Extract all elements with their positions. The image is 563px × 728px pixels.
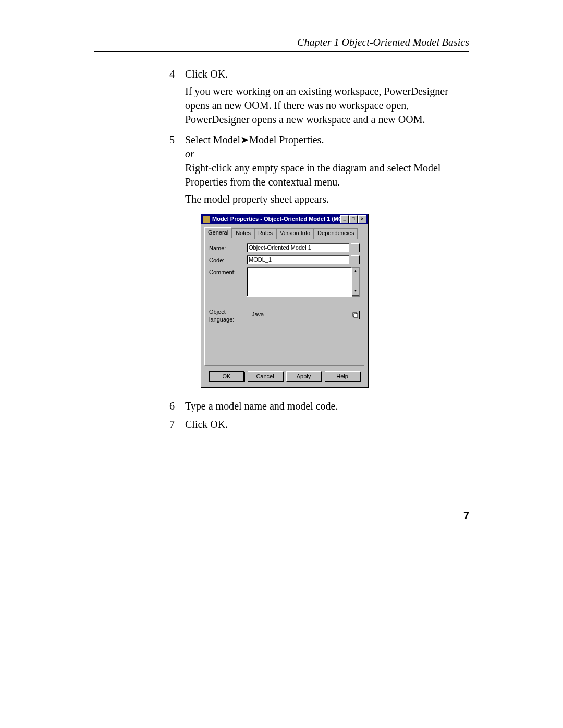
minimize-button[interactable]: _: [340, 215, 349, 223]
model-properties-dialog: Model Properties - Object-Oriented Model…: [201, 214, 368, 388]
name-input[interactable]: [247, 243, 349, 252]
page-header: Chapter 1 Object-Oriented Model Basics: [94, 36, 469, 52]
step-number: 5: [169, 133, 185, 395]
comment-row: Comment: ▲ ▼: [209, 267, 360, 297]
dialog-button-row: OK Cancel Apply Help: [201, 366, 368, 387]
comment-textarea[interactable]: [247, 267, 352, 297]
comment-scrollbar[interactable]: ▲ ▼: [352, 267, 360, 297]
arrow-icon: ➤: [240, 134, 249, 145]
chapter-title: Chapter 1 Object-Oriented Model Basics: [297, 36, 469, 48]
step-5-alt: Right-click any empty space in the diagr…: [185, 161, 469, 189]
dialog-title: Model Properties - Object-Oriented Model…: [212, 215, 340, 223]
properties-icon: [352, 312, 358, 318]
step-number: 7: [169, 417, 185, 431]
page: Chapter 1 Object-Oriented Model Basics 4…: [0, 0, 563, 728]
step-4-detail: If you were working on an existing works…: [185, 84, 469, 127]
step-5-text-b: Model Properties.: [249, 134, 324, 145]
step-4: 4 Click OK. If you were working on an ex…: [169, 67, 469, 127]
name-label: Name:: [209, 243, 247, 252]
titlebar[interactable]: Model Properties - Object-Oriented Model…: [201, 214, 368, 224]
scroll-up-icon[interactable]: ▲: [352, 268, 359, 276]
or-text: or: [185, 147, 469, 161]
object-language-label: Object language:: [209, 307, 252, 324]
step-5: 5 Select Model➤Model Properties. or Righ…: [169, 133, 469, 395]
step-text: Click OK.: [185, 417, 469, 431]
maximize-button[interactable]: □: [349, 215, 358, 223]
svg-rect-1: [354, 314, 358, 317]
tab-general[interactable]: General: [204, 227, 232, 238]
code-label: Code:: [209, 255, 247, 264]
step-5-text-a: Select Model: [185, 134, 240, 145]
page-number: 7: [463, 510, 469, 522]
app-icon: [203, 216, 210, 223]
object-language-value: Java: [252, 311, 351, 319]
comment-label: Comment:: [209, 267, 247, 276]
step-text: Type a model name and model code.: [185, 399, 469, 413]
help-button[interactable]: Help: [325, 371, 360, 382]
tab-panel-general: Name: = Code: = Comment:: [204, 238, 364, 366]
tab-strip: General Notes Rules Version Info Depende…: [201, 224, 368, 238]
cancel-button[interactable]: Cancel: [248, 371, 283, 382]
step-5-result: The model property sheet appears.: [185, 192, 469, 206]
name-row: Name: =: [209, 243, 360, 252]
step-number: 4: [169, 67, 185, 127]
object-language-text: Java: [252, 311, 264, 318]
step-6: 6 Type a model name and model code.: [169, 399, 469, 413]
close-button[interactable]: ×: [358, 215, 366, 223]
code-row: Code: =: [209, 255, 360, 264]
step-7: 7 Click OK.: [169, 417, 469, 431]
content: 4 Click OK. If you were working on an ex…: [169, 67, 469, 431]
code-lock-button[interactable]: =: [351, 255, 360, 264]
object-language-properties-button[interactable]: [351, 311, 360, 319]
apply-button[interactable]: Apply: [286, 371, 322, 382]
scroll-down-icon[interactable]: ▼: [352, 288, 359, 296]
ok-button[interactable]: OK: [209, 371, 244, 382]
object-language-row: Object language: Java: [209, 307, 360, 324]
step-number: 6: [169, 399, 185, 413]
name-lock-button[interactable]: =: [351, 243, 360, 252]
step-text: Click OK.: [185, 68, 228, 80]
code-input[interactable]: [247, 255, 349, 264]
